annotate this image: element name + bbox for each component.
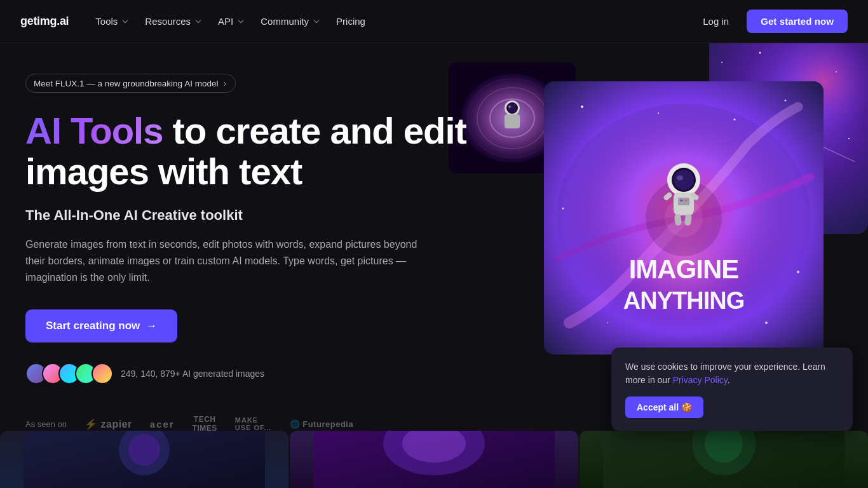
- brand-futurepedia: 🌐 Futurepedia: [290, 419, 354, 429]
- social-proof-text: 249, 140, 879+ AI generated images: [121, 369, 264, 379]
- avatar: [92, 363, 113, 384]
- chevron-down-icon: [312, 17, 321, 26]
- svg-point-37: [785, 100, 787, 102]
- arrow-right-icon: →: [146, 320, 157, 332]
- svg-point-43: [734, 119, 736, 121]
- as-seen-label: As seen on: [25, 419, 67, 429]
- login-button[interactable]: Log in: [695, 11, 736, 32]
- brand-logos: ⚡ zapier acer TECHTIMES MAKEUSE OF... 🌐 …: [85, 415, 353, 433]
- announcement-badge[interactable]: Meet FLUX.1 — a new groundbreaking AI mo…: [25, 74, 236, 93]
- svg-point-42: [658, 112, 659, 114]
- svg-rect-53: [678, 198, 689, 205]
- svg-point-48: [677, 175, 683, 180]
- brand-tech-times: TECHTIMES: [193, 415, 217, 433]
- hero-image-imagine-anything: IMAGINE ANYTHING: [544, 81, 824, 355]
- svg-point-14: [759, 52, 761, 54]
- chevron-down-icon: [121, 17, 130, 26]
- nav-item-api[interactable]: API: [212, 11, 252, 32]
- hero-section: Meet FLUX.1 — a new groundbreaking AI mo…: [0, 43, 868, 488]
- nav-item-community[interactable]: Community: [254, 11, 327, 32]
- nav-item-pricing[interactable]: Pricing: [330, 11, 372, 32]
- nav-links: Tools Resources API Community Pricing: [89, 11, 372, 32]
- hero-title-gradient: AI Tools: [25, 110, 163, 151]
- as-seen-on: As seen on ⚡ zapier acer TECHTIMES MAKEU…: [25, 415, 496, 433]
- svg-point-39: [562, 208, 564, 210]
- cookie-text: We use cookies to improve your experienc…: [625, 360, 839, 388]
- bottom-card-3: [580, 431, 868, 488]
- svg-point-36: [581, 105, 583, 108]
- cookie-banner: We use cookies to improve your experienc…: [611, 348, 853, 431]
- svg-point-15: [836, 71, 837, 72]
- brand-makeuseof: MAKEUSE OF...: [235, 416, 272, 431]
- logo[interactable]: getimg.ai: [20, 15, 69, 28]
- chevron-down-icon: [236, 17, 245, 26]
- hero-title: AI Tools to create and edit images with …: [25, 111, 496, 192]
- svg-rect-7: [505, 114, 520, 128]
- social-proof: 249, 140, 879+ AI generated images: [25, 363, 496, 384]
- brand-zapier: ⚡ zapier: [85, 418, 132, 430]
- accept-cookies-button[interactable]: Accept all 🍪: [625, 396, 703, 418]
- get-started-button[interactable]: Get started now: [747, 10, 848, 33]
- svg-point-9: [508, 104, 517, 112]
- hero-description: Generate images from text in seconds, ed…: [25, 236, 419, 287]
- svg-point-38: [797, 271, 799, 273]
- privacy-policy-link[interactable]: Privacy Policy: [673, 375, 728, 385]
- chevron-down-icon: [194, 17, 203, 26]
- arrow-icon: ›: [223, 78, 226, 88]
- hero-subtitle: The All-In-One AI Creative toolkit: [25, 207, 496, 224]
- brand-acer: acer: [150, 419, 175, 430]
- hero-content: Meet FLUX.1 — a new groundbreaking AI mo…: [0, 43, 496, 488]
- nav-item-resources[interactable]: Resources: [139, 11, 209, 32]
- svg-point-41: [765, 322, 768, 324]
- svg-point-40: [607, 322, 608, 323]
- start-creating-button[interactable]: Start creating now →: [25, 309, 177, 342]
- svg-rect-54: [680, 200, 683, 201]
- svg-rect-55: [684, 200, 688, 201]
- nav-right: Log in Get started now: [695, 10, 848, 33]
- svg-point-10: [508, 105, 511, 108]
- avatar-group: [25, 363, 113, 384]
- svg-point-18: [848, 138, 850, 139]
- svg-point-13: [721, 62, 722, 63]
- nav-left: getimg.ai Tools Resources API Community …: [20, 11, 372, 32]
- navbar: getimg.ai Tools Resources API Community …: [0, 0, 868, 43]
- nav-item-tools[interactable]: Tools: [89, 11, 136, 32]
- svg-text:ANYTHING: ANYTHING: [623, 287, 744, 314]
- svg-point-47: [674, 170, 694, 190]
- svg-text:IMAGINE: IMAGINE: [629, 254, 739, 284]
